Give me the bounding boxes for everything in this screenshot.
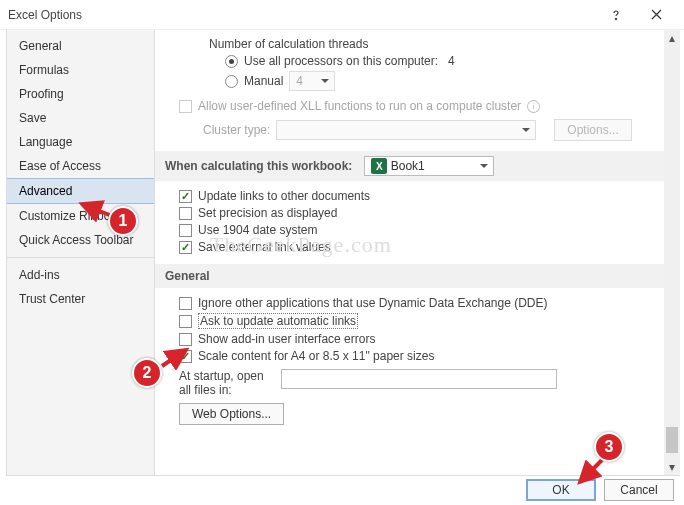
dialog-footer: OK Cancel (0, 476, 684, 504)
cluster-type-label: Cluster type: (203, 123, 270, 137)
vertical-scrollbar[interactable]: ▴ ▾ (664, 30, 680, 475)
checkbox-precision[interactable] (179, 207, 192, 220)
close-button[interactable] (636, 0, 676, 30)
sidebar-item-quick-access-toolbar[interactable]: Quick Access Toolbar (7, 228, 154, 252)
cluster-options-button: Options... (554, 119, 631, 141)
section-workbook-calc: When calculating this workbook: X Book1 (155, 151, 664, 181)
checkbox-external-link[interactable]: ✓ (179, 241, 192, 254)
checkbox-scale-a4[interactable]: ✓ (179, 350, 192, 363)
excel-icon: X (371, 158, 387, 174)
cancel-button[interactable]: Cancel (604, 479, 674, 501)
sidebar-item-formulas[interactable]: Formulas (7, 58, 154, 82)
sidebar-item-trust-center[interactable]: Trust Center (7, 287, 154, 311)
sidebar-item-general[interactable]: General (7, 34, 154, 58)
checkbox-addin-errors[interactable] (179, 333, 192, 346)
info-icon[interactable]: i (527, 100, 540, 113)
startup-open-label: At startup, open all files in: (179, 369, 275, 397)
checkbox-update-links-label: Update links to other documents (198, 189, 370, 203)
radio-manual[interactable] (225, 75, 238, 88)
window-title: Excel Options (8, 8, 596, 22)
section-general: General (155, 264, 664, 288)
threads-label: Number of calculation threads (209, 37, 654, 51)
scroll-down-arrow[interactable]: ▾ (664, 459, 680, 475)
checkbox-1904-date[interactable] (179, 224, 192, 237)
scroll-thumb[interactable] (666, 427, 678, 453)
scroll-up-arrow[interactable]: ▴ (664, 30, 680, 46)
workbook-select[interactable]: X Book1 (364, 156, 494, 176)
checkbox-dde-label: Ignore other applications that use Dynam… (198, 296, 548, 310)
sidebar-item-customize-ribbon[interactable]: Customize Ribbon (7, 204, 154, 228)
checkbox-1904-label: Use 1904 date system (198, 223, 317, 237)
checkbox-xll-label: Allow user-defined XLL functions to run … (198, 99, 521, 113)
checkbox-addin-errors-label: Show add-in user interface errors (198, 332, 375, 346)
radio-use-all-label: Use all processors on this computer: 4 (244, 54, 455, 68)
checkbox-ask-update-links[interactable] (179, 315, 192, 328)
checkbox-precision-label: Set precision as displayed (198, 206, 337, 220)
sidebar: General Formulas Proofing Save Language … (6, 30, 155, 476)
startup-open-input[interactable] (281, 369, 557, 389)
help-button[interactable] (596, 0, 636, 30)
checkbox-xll-cluster (179, 100, 192, 113)
manual-threads-spinner: 4 (289, 71, 335, 91)
svg-point-0 (615, 18, 617, 20)
sidebar-item-save[interactable]: Save (7, 106, 154, 130)
sidebar-item-ease-of-access[interactable]: Ease of Access (7, 154, 154, 178)
options-panel: Number of calculation threads Use all pr… (155, 30, 664, 475)
web-options-button[interactable]: Web Options... (179, 403, 284, 425)
checkbox-dde[interactable] (179, 297, 192, 310)
radio-manual-label: Manual (244, 74, 283, 88)
sidebar-item-proofing[interactable]: Proofing (7, 82, 154, 106)
checkbox-update-links[interactable]: ✓ (179, 190, 192, 203)
checkbox-scale-a4-label: Scale content for A4 or 8.5 x 11" paper … (198, 349, 434, 363)
checkbox-ask-update-label: Ask to update automatic links (198, 313, 358, 329)
radio-use-all-processors[interactable] (225, 55, 238, 68)
sidebar-item-language[interactable]: Language (7, 130, 154, 154)
cluster-type-select (276, 120, 536, 140)
ok-button[interactable]: OK (526, 479, 596, 501)
sidebar-item-add-ins[interactable]: Add-ins (7, 263, 154, 287)
checkbox-external-link-label: Save external link values (198, 240, 331, 254)
titlebar: Excel Options (0, 0, 684, 30)
sidebar-item-advanced[interactable]: Advanced (7, 178, 154, 204)
